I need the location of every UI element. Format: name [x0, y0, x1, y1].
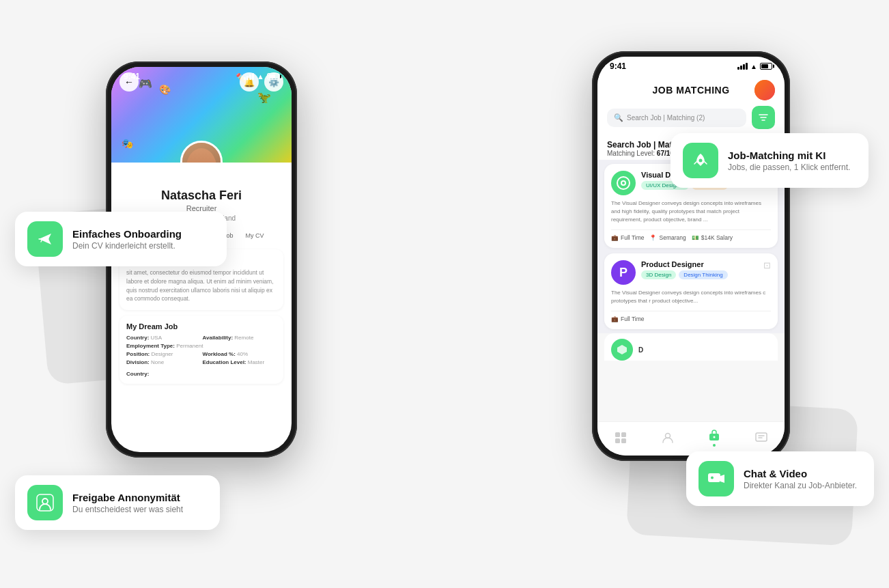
- availability-label: Availability:: [203, 335, 234, 341]
- job-desc-1: The Visual Designer conveys design conce…: [611, 199, 771, 224]
- callout-anonymity: Freigabe Annonymität Du entscheidest wer…: [15, 475, 220, 530]
- workload-item: Workload %: 40%: [203, 351, 277, 357]
- search-input[interactable]: 🔍 Search Job | Matching (2): [607, 109, 746, 127]
- dream-job-grid: Country: USA Availability: Remote Employ…: [126, 335, 277, 365]
- svg-point-14: [711, 477, 714, 479]
- user-avatar-right[interactable]: [754, 80, 775, 100]
- page-title: JOB MATCHING: [652, 85, 729, 96]
- country-value: USA: [151, 335, 162, 341]
- briefcase-icon-1: 💼: [611, 234, 619, 241]
- third-job-logo: [616, 344, 628, 356]
- job-card-2-info: Product Designer 3D Design Design Thinki…: [641, 260, 758, 279]
- callout-job-matching-text: Job-Matching mit KI Jobs, die passen, 1 …: [728, 150, 850, 172]
- job-desc-2: The Visual Designer conveys design conce…: [611, 289, 771, 305]
- avatar-face: [186, 148, 216, 163]
- svg-rect-2: [615, 432, 620, 437]
- nav-dot: [713, 444, 716, 447]
- division-item: Division: None: [126, 359, 201, 365]
- anonymity-icon: [36, 493, 55, 512]
- job-name-2: Product Designer: [641, 260, 758, 268]
- callout-chat: Chat & Video Direkter Kanal zu Job-Anbie…: [686, 451, 874, 506]
- job-name-3: D: [638, 346, 643, 354]
- nav-jobs[interactable]: [707, 429, 721, 447]
- dream-job-section: My Dream Job Country: USA Availability: …: [119, 316, 283, 384]
- workload-label: Workload %:: [203, 351, 236, 357]
- svg-rect-4: [615, 438, 620, 443]
- callout-anonymity-text: Freigabe Annonymität Du entscheidest wer…: [72, 492, 183, 514]
- matching-label: Matching Level:: [607, 150, 655, 157]
- job-location-1: 📍 Semarang: [649, 234, 686, 241]
- deco-emoji-4: 🦖: [257, 91, 271, 104]
- search-bar: 🔍 Search Job | Matching (2): [607, 106, 775, 129]
- employment-label: Employment Type:: [126, 343, 175, 349]
- chat-video-icon: [707, 469, 726, 488]
- signal-icon-right: [737, 63, 748, 70]
- position-label: Position:: [126, 351, 150, 357]
- availability-item: Availability: Remote: [203, 335, 277, 341]
- job-card-2[interactable]: P Product Designer 3D Design Design Thin…: [604, 253, 778, 329]
- country-field-bottom: Country:: [126, 371, 277, 377]
- job-matching-subtitle: Jobs, die passen, 1 Klick entfernt.: [728, 163, 850, 172]
- country-label: Country:: [126, 335, 149, 341]
- scene: 🎮 🎨 ✏️ 🦖 🎭 9:41 ▲: [0, 0, 889, 588]
- job-tag-2-0: 3D Design: [641, 270, 676, 279]
- workload-value: 40%: [237, 351, 248, 357]
- nav-home[interactable]: [614, 431, 627, 445]
- availability-value: Remote: [234, 335, 253, 341]
- callout-chat-text: Chat & Video Direkter Kanal zu Job-Anbie…: [744, 468, 857, 490]
- battery-icon-left: [267, 73, 279, 80]
- section-text: sit amet, consectetur do eiusmod tempor …: [126, 268, 277, 303]
- job-card-3-content: D: [611, 339, 771, 361]
- nav-profile[interactable]: [661, 431, 675, 445]
- status-time-right: 9:41: [610, 61, 626, 71]
- job-header: JOB MATCHING 🔍 Search Job | Matching (2): [597, 76, 785, 135]
- svg-rect-13: [708, 473, 720, 482]
- employment-item: Employment Type: Permanent: [126, 343, 277, 349]
- status-icons-left: ▲: [244, 72, 279, 81]
- svg-point-10: [42, 499, 48, 504]
- message-icon: [754, 431, 768, 445]
- job-tag-2-1: Design Thinking: [679, 270, 727, 279]
- job-footer-1: 💼 Full Time 📍 Semarang 💵 $14K Salary: [611, 234, 771, 241]
- wifi-icon-right: ▲: [750, 63, 757, 70]
- division-value: None: [151, 359, 164, 365]
- profile-header: 🎮 🎨 ✏️ 🦖 🎭 9:41 ▲: [111, 67, 292, 163]
- separator-1: [611, 229, 771, 230]
- job-matching-title: Job-Matching mit KI: [728, 150, 850, 161]
- education-label: Education Level:: [203, 359, 246, 365]
- svg-point-0: [617, 177, 630, 189]
- job-card-3-partial: D: [604, 333, 778, 361]
- onboarding-subtitle: Dein CV kinderleicht erstellt.: [72, 241, 182, 251]
- job-footer-2: 💼 Full Time: [611, 316, 771, 322]
- person-icon: [661, 431, 675, 445]
- nav-messages[interactable]: [754, 431, 768, 445]
- job-logo-2: P: [611, 260, 636, 285]
- status-bar-right: 9:41 ▲: [597, 57, 785, 76]
- search-placeholder: Search Job | Matching (2): [627, 114, 705, 122]
- svg-rect-9: [756, 433, 767, 441]
- bottom-nav: [597, 421, 785, 456]
- filter-button[interactable]: [752, 106, 775, 129]
- rocket-icon: [691, 151, 710, 170]
- anonymity-icon-bg: [27, 485, 63, 520]
- callout-onboarding: Einfaches Onboarding Dein CV kinderleich…: [15, 212, 227, 266]
- bookmark-icon-2[interactable]: ⊡: [763, 260, 771, 270]
- grid-icon: [614, 431, 627, 445]
- tab-cv[interactable]: My CV: [242, 229, 268, 242]
- avatar-image: [182, 143, 221, 163]
- job-salary-1: 💵 $14K Salary: [692, 234, 733, 241]
- status-icons-right: ▲: [737, 63, 772, 70]
- location-icon-1: 📍: [649, 234, 657, 241]
- education-item: Education Level: Master: [203, 359, 277, 365]
- job-type-2: 💼 Full Time: [611, 316, 644, 322]
- chat-icon-bg: [698, 461, 734, 496]
- svg-rect-3: [621, 432, 626, 437]
- svg-point-12: [699, 159, 703, 163]
- job-logo-1: [611, 171, 636, 195]
- search-icon: 🔍: [614, 113, 623, 122]
- job-card-2-header: P Product Designer 3D Design Design Thin…: [611, 260, 771, 285]
- svg-rect-5: [621, 438, 626, 443]
- battery-icon-right: [760, 63, 772, 70]
- jobs-icon: [707, 429, 721, 443]
- salary-icon-1: 💵: [692, 234, 699, 241]
